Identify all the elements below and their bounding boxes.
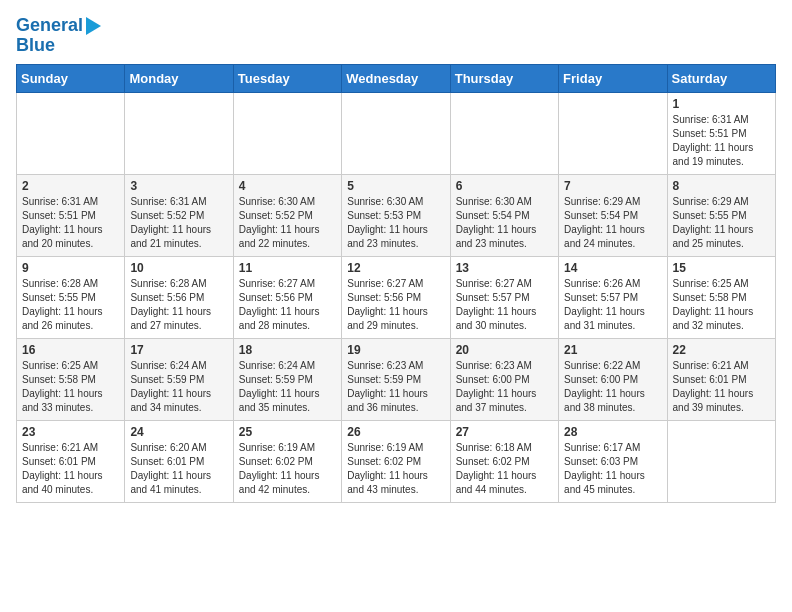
day-info: Sunrise: 6:31 AM Sunset: 5:51 PM Dayligh… — [673, 113, 770, 169]
day-info: Sunrise: 6:17 AM Sunset: 6:03 PM Dayligh… — [564, 441, 661, 497]
header-tuesday: Tuesday — [233, 64, 341, 92]
day-info: Sunrise: 6:28 AM Sunset: 5:56 PM Dayligh… — [130, 277, 227, 333]
calendar-cell: 20Sunrise: 6:23 AM Sunset: 6:00 PM Dayli… — [450, 338, 558, 420]
logo-arrow-icon — [86, 17, 101, 35]
calendar-cell: 25Sunrise: 6:19 AM Sunset: 6:02 PM Dayli… — [233, 420, 341, 502]
day-number: 20 — [456, 343, 553, 357]
day-info: Sunrise: 6:22 AM Sunset: 6:00 PM Dayligh… — [564, 359, 661, 415]
calendar-cell: 4Sunrise: 6:30 AM Sunset: 5:52 PM Daylig… — [233, 174, 341, 256]
day-number: 1 — [673, 97, 770, 111]
day-info: Sunrise: 6:27 AM Sunset: 5:56 PM Dayligh… — [239, 277, 336, 333]
calendar-week-row: 1Sunrise: 6:31 AM Sunset: 5:51 PM Daylig… — [17, 92, 776, 174]
day-info: Sunrise: 6:23 AM Sunset: 5:59 PM Dayligh… — [347, 359, 444, 415]
day-info: Sunrise: 6:24 AM Sunset: 5:59 PM Dayligh… — [130, 359, 227, 415]
day-number: 19 — [347, 343, 444, 357]
calendar-week-row: 9Sunrise: 6:28 AM Sunset: 5:55 PM Daylig… — [17, 256, 776, 338]
header-friday: Friday — [559, 64, 667, 92]
calendar-week-row: 23Sunrise: 6:21 AM Sunset: 6:01 PM Dayli… — [17, 420, 776, 502]
day-info: Sunrise: 6:18 AM Sunset: 6:02 PM Dayligh… — [456, 441, 553, 497]
day-info: Sunrise: 6:31 AM Sunset: 5:52 PM Dayligh… — [130, 195, 227, 251]
day-info: Sunrise: 6:24 AM Sunset: 5:59 PM Dayligh… — [239, 359, 336, 415]
page-header: General Blue — [16, 16, 776, 56]
calendar-week-row: 2Sunrise: 6:31 AM Sunset: 5:51 PM Daylig… — [17, 174, 776, 256]
day-number: 23 — [22, 425, 119, 439]
calendar-cell: 10Sunrise: 6:28 AM Sunset: 5:56 PM Dayli… — [125, 256, 233, 338]
calendar-cell — [450, 92, 558, 174]
calendar-cell: 6Sunrise: 6:30 AM Sunset: 5:54 PM Daylig… — [450, 174, 558, 256]
day-info: Sunrise: 6:19 AM Sunset: 6:02 PM Dayligh… — [347, 441, 444, 497]
header-monday: Monday — [125, 64, 233, 92]
day-number: 12 — [347, 261, 444, 275]
calendar-cell: 14Sunrise: 6:26 AM Sunset: 5:57 PM Dayli… — [559, 256, 667, 338]
day-info: Sunrise: 6:27 AM Sunset: 5:57 PM Dayligh… — [456, 277, 553, 333]
day-number: 15 — [673, 261, 770, 275]
header-saturday: Saturday — [667, 64, 775, 92]
calendar-week-row: 16Sunrise: 6:25 AM Sunset: 5:58 PM Dayli… — [17, 338, 776, 420]
day-info: Sunrise: 6:25 AM Sunset: 5:58 PM Dayligh… — [22, 359, 119, 415]
day-info: Sunrise: 6:30 AM Sunset: 5:52 PM Dayligh… — [239, 195, 336, 251]
header-wednesday: Wednesday — [342, 64, 450, 92]
day-number: 4 — [239, 179, 336, 193]
calendar-cell: 17Sunrise: 6:24 AM Sunset: 5:59 PM Dayli… — [125, 338, 233, 420]
calendar-cell: 7Sunrise: 6:29 AM Sunset: 5:54 PM Daylig… — [559, 174, 667, 256]
day-info: Sunrise: 6:26 AM Sunset: 5:57 PM Dayligh… — [564, 277, 661, 333]
day-number: 26 — [347, 425, 444, 439]
day-number: 13 — [456, 261, 553, 275]
day-number: 24 — [130, 425, 227, 439]
calendar-cell — [342, 92, 450, 174]
calendar-cell: 8Sunrise: 6:29 AM Sunset: 5:55 PM Daylig… — [667, 174, 775, 256]
day-info: Sunrise: 6:25 AM Sunset: 5:58 PM Dayligh… — [673, 277, 770, 333]
calendar-cell: 5Sunrise: 6:30 AM Sunset: 5:53 PM Daylig… — [342, 174, 450, 256]
calendar-cell: 27Sunrise: 6:18 AM Sunset: 6:02 PM Dayli… — [450, 420, 558, 502]
calendar-header-row: SundayMondayTuesdayWednesdayThursdayFrid… — [17, 64, 776, 92]
day-number: 17 — [130, 343, 227, 357]
day-info: Sunrise: 6:21 AM Sunset: 6:01 PM Dayligh… — [673, 359, 770, 415]
day-number: 11 — [239, 261, 336, 275]
header-sunday: Sunday — [17, 64, 125, 92]
day-number: 2 — [22, 179, 119, 193]
day-number: 7 — [564, 179, 661, 193]
calendar-cell — [17, 92, 125, 174]
day-info: Sunrise: 6:19 AM Sunset: 6:02 PM Dayligh… — [239, 441, 336, 497]
calendar-cell: 21Sunrise: 6:22 AM Sunset: 6:00 PM Dayli… — [559, 338, 667, 420]
calendar-cell: 9Sunrise: 6:28 AM Sunset: 5:55 PM Daylig… — [17, 256, 125, 338]
day-info: Sunrise: 6:30 AM Sunset: 5:53 PM Dayligh… — [347, 195, 444, 251]
calendar-cell: 1Sunrise: 6:31 AM Sunset: 5:51 PM Daylig… — [667, 92, 775, 174]
calendar-cell: 18Sunrise: 6:24 AM Sunset: 5:59 PM Dayli… — [233, 338, 341, 420]
day-number: 25 — [239, 425, 336, 439]
header-thursday: Thursday — [450, 64, 558, 92]
calendar-cell: 16Sunrise: 6:25 AM Sunset: 5:58 PM Dayli… — [17, 338, 125, 420]
calendar-cell — [125, 92, 233, 174]
day-number: 10 — [130, 261, 227, 275]
day-number: 5 — [347, 179, 444, 193]
day-number: 18 — [239, 343, 336, 357]
calendar-cell: 2Sunrise: 6:31 AM Sunset: 5:51 PM Daylig… — [17, 174, 125, 256]
calendar-cell: 26Sunrise: 6:19 AM Sunset: 6:02 PM Dayli… — [342, 420, 450, 502]
logo: General Blue — [16, 16, 101, 56]
day-number: 9 — [22, 261, 119, 275]
calendar-cell: 15Sunrise: 6:25 AM Sunset: 5:58 PM Dayli… — [667, 256, 775, 338]
calendar-cell — [559, 92, 667, 174]
day-number: 27 — [456, 425, 553, 439]
day-info: Sunrise: 6:29 AM Sunset: 5:54 PM Dayligh… — [564, 195, 661, 251]
day-info: Sunrise: 6:30 AM Sunset: 5:54 PM Dayligh… — [456, 195, 553, 251]
calendar-cell: 28Sunrise: 6:17 AM Sunset: 6:03 PM Dayli… — [559, 420, 667, 502]
calendar-table: SundayMondayTuesdayWednesdayThursdayFrid… — [16, 64, 776, 503]
calendar-cell: 19Sunrise: 6:23 AM Sunset: 5:59 PM Dayli… — [342, 338, 450, 420]
day-number: 3 — [130, 179, 227, 193]
day-number: 6 — [456, 179, 553, 193]
day-info: Sunrise: 6:20 AM Sunset: 6:01 PM Dayligh… — [130, 441, 227, 497]
day-number: 22 — [673, 343, 770, 357]
day-info: Sunrise: 6:29 AM Sunset: 5:55 PM Dayligh… — [673, 195, 770, 251]
calendar-cell: 3Sunrise: 6:31 AM Sunset: 5:52 PM Daylig… — [125, 174, 233, 256]
day-number: 21 — [564, 343, 661, 357]
calendar-cell: 12Sunrise: 6:27 AM Sunset: 5:56 PM Dayli… — [342, 256, 450, 338]
day-info: Sunrise: 6:28 AM Sunset: 5:55 PM Dayligh… — [22, 277, 119, 333]
calendar-cell: 11Sunrise: 6:27 AM Sunset: 5:56 PM Dayli… — [233, 256, 341, 338]
day-info: Sunrise: 6:21 AM Sunset: 6:01 PM Dayligh… — [22, 441, 119, 497]
day-info: Sunrise: 6:23 AM Sunset: 6:00 PM Dayligh… — [456, 359, 553, 415]
day-number: 16 — [22, 343, 119, 357]
calendar-cell: 13Sunrise: 6:27 AM Sunset: 5:57 PM Dayli… — [450, 256, 558, 338]
day-number: 28 — [564, 425, 661, 439]
calendar-cell: 23Sunrise: 6:21 AM Sunset: 6:01 PM Dayli… — [17, 420, 125, 502]
